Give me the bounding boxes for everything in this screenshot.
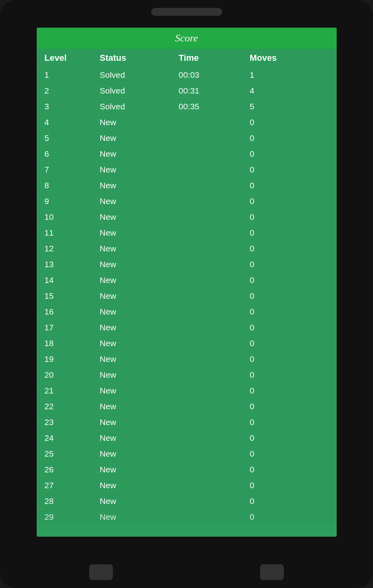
cell-time xyxy=(179,212,250,222)
cell-moves: 0 xyxy=(250,149,297,159)
cell-level: 3 xyxy=(45,102,100,111)
cell-time xyxy=(179,149,250,159)
cell-status: New xyxy=(100,228,179,238)
table-row[interactable]: 27 New 0 xyxy=(37,478,337,493)
cell-level: 28 xyxy=(45,496,100,506)
cell-moves: 0 xyxy=(250,165,297,174)
table-row[interactable]: 17 New 0 xyxy=(37,320,337,335)
table-row[interactable]: 20 New 0 xyxy=(37,367,337,383)
table-header: Level Status Time Moves xyxy=(37,49,337,67)
cell-time xyxy=(179,481,250,490)
table-row[interactable]: 11 New 0 xyxy=(37,225,337,241)
cell-moves: 0 xyxy=(250,339,297,348)
cell-status: New xyxy=(100,386,179,395)
cell-time xyxy=(179,197,250,206)
score-container: Score Level Status Time Moves 1 Solved 0… xyxy=(37,28,337,537)
table-row[interactable]: 8 New 0 xyxy=(37,178,337,193)
col-header-time: Time xyxy=(179,53,250,63)
table-row[interactable]: 25 New 0 xyxy=(37,446,337,462)
cell-time xyxy=(179,181,250,190)
table-row[interactable]: 23 New 0 xyxy=(37,414,337,430)
cell-moves: 0 xyxy=(250,512,297,522)
cell-level: 22 xyxy=(45,402,100,411)
cell-time xyxy=(179,465,250,474)
cell-time: 00:31 xyxy=(179,86,250,96)
cell-moves: 0 xyxy=(250,465,297,474)
table-row[interactable]: 1 Solved 00:03 1 xyxy=(37,67,337,83)
cell-time xyxy=(179,339,250,348)
cell-status: Solved xyxy=(100,86,179,96)
table-row[interactable]: 3 Solved 00:35 5 xyxy=(37,99,337,114)
cell-level: 15 xyxy=(45,291,100,301)
cell-moves: 0 xyxy=(250,197,297,206)
cell-moves: 0 xyxy=(250,275,297,285)
cell-level: 4 xyxy=(45,118,100,127)
cell-time xyxy=(179,244,250,253)
table-row[interactable]: 7 New 0 xyxy=(37,162,337,178)
cell-level: 1 xyxy=(45,70,100,80)
cell-moves: 0 xyxy=(250,386,297,395)
cell-status: New xyxy=(100,149,179,159)
cell-status: New xyxy=(100,370,179,380)
cell-moves: 0 xyxy=(250,228,297,238)
table-row[interactable]: 16 New 0 xyxy=(37,304,337,320)
cell-status: New xyxy=(100,118,179,127)
phone-notch xyxy=(151,8,222,16)
cell-level: 10 xyxy=(45,212,100,222)
cell-level: 17 xyxy=(45,323,100,332)
cell-level: 7 xyxy=(45,165,100,174)
cell-moves: 0 xyxy=(250,496,297,506)
cell-time xyxy=(179,402,250,411)
bottom-btn-left[interactable] xyxy=(89,564,113,580)
cell-time xyxy=(179,275,250,285)
table-row[interactable]: 14 New 0 xyxy=(37,272,337,288)
table-row[interactable]: 29 New 0 xyxy=(37,509,337,525)
cell-time: 00:35 xyxy=(179,102,250,111)
cell-moves: 0 xyxy=(250,291,297,301)
cell-status: New xyxy=(100,512,179,522)
cell-status: New xyxy=(100,449,179,459)
table-row[interactable]: 19 New 0 xyxy=(37,351,337,367)
table-row[interactable]: 12 New 0 xyxy=(37,241,337,257)
cell-time xyxy=(179,133,250,143)
table-row[interactable]: 18 New 0 xyxy=(37,335,337,351)
phone-bottom-bar xyxy=(0,556,373,588)
table-row[interactable]: 2 Solved 00:31 4 xyxy=(37,83,337,99)
cell-level: 14 xyxy=(45,275,100,285)
cell-level: 18 xyxy=(45,339,100,348)
table-row[interactable]: 15 New 0 xyxy=(37,288,337,304)
cell-level: 24 xyxy=(45,433,100,443)
cell-time xyxy=(179,165,250,174)
table-row[interactable]: 10 New 0 xyxy=(37,209,337,225)
score-title: Score xyxy=(37,28,337,49)
table-row[interactable]: 5 New 0 xyxy=(37,130,337,146)
table-row[interactable]: 4 New 0 xyxy=(37,114,337,130)
phone-frame: Score Level Status Time Moves 1 Solved 0… xyxy=(0,0,373,588)
cell-moves: 0 xyxy=(250,449,297,459)
cell-status: New xyxy=(100,402,179,411)
table-row[interactable]: 24 New 0 xyxy=(37,430,337,446)
cell-time xyxy=(179,512,250,522)
table-row[interactable]: 22 New 0 xyxy=(37,399,337,414)
cell-moves: 0 xyxy=(250,402,297,411)
cell-time xyxy=(179,433,250,443)
cell-time xyxy=(179,307,250,316)
cell-moves: 0 xyxy=(250,181,297,190)
bottom-btn-right[interactable] xyxy=(260,564,284,580)
cell-moves: 0 xyxy=(250,481,297,490)
cell-level: 19 xyxy=(45,354,100,364)
table-row[interactable]: 26 New 0 xyxy=(37,462,337,478)
table-row[interactable]: 9 New 0 xyxy=(37,193,337,209)
cell-time xyxy=(179,118,250,127)
table-row[interactable]: 6 New 0 xyxy=(37,146,337,162)
cell-moves: 0 xyxy=(250,370,297,380)
table-row[interactable]: 13 New 0 xyxy=(37,257,337,272)
cell-level: 21 xyxy=(45,386,100,395)
table-row[interactable]: 21 New 0 xyxy=(37,383,337,399)
cell-moves: 0 xyxy=(250,260,297,269)
cell-status: New xyxy=(100,133,179,143)
table-row[interactable]: 28 New 0 xyxy=(37,493,337,509)
cell-level: 23 xyxy=(45,418,100,427)
cell-level: 16 xyxy=(45,307,100,316)
cell-level: 20 xyxy=(45,370,100,380)
